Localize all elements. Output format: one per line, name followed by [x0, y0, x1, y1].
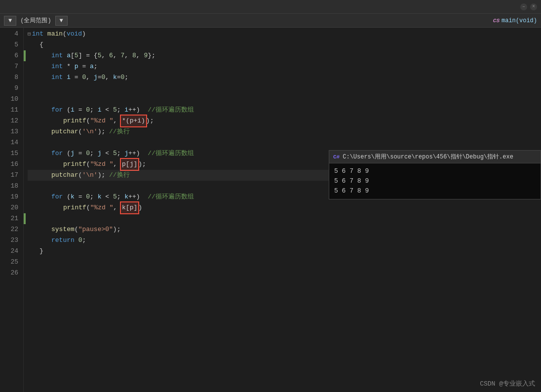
- code-content: ⊟ int main ( void ) { int a [ 5 ] = { 5 …: [24, 28, 541, 392]
- code-line-22: system ( "pause>0" );: [28, 224, 541, 235]
- output-body: 5 6 7 8 9 5 6 7 8 9 5 6 7 8 9: [329, 163, 541, 199]
- output-line-2: 5 6 7 8 9: [334, 176, 536, 186]
- gutter-mark-6: [24, 50, 26, 61]
- gutter-mark-21: [24, 213, 26, 224]
- close-button[interactable]: ×: [530, 3, 537, 10]
- code-line-14: [28, 137, 541, 148]
- nav-dropdown[interactable]: ▼: [4, 16, 16, 26]
- output-titlebar: C# C:\Users\用用\source\repos\456\指针\Debug…: [329, 151, 541, 163]
- cs-icon: CS: [493, 18, 500, 24]
- collapse-icon[interactable]: ⊟: [28, 29, 31, 39]
- code-line-23: return 0 ;: [28, 235, 541, 246]
- line-numbers: 4 5 6 7 8 9 10 11 12 13 14 15 16 17 18 1…: [0, 28, 24, 392]
- cs-terminal-icon: C#: [333, 154, 340, 160]
- code-line-24: }: [28, 246, 541, 257]
- code-line-12: printf ( "%zd " , *(p+i) );: [28, 116, 541, 126]
- code-line-9: [28, 83, 541, 94]
- scope-arrow-icon: ▼: [60, 17, 63, 24]
- output-line-1: 5 6 7 8 9: [334, 166, 536, 176]
- code-line-21: [28, 213, 541, 224]
- code-line-7: int * p = a ;: [28, 61, 541, 72]
- watermark: CSDN @专业嵌入式: [480, 379, 535, 388]
- function-indicator: CS main(void): [493, 17, 537, 24]
- code-line-20: printf ( "%zd " , k[p] ): [28, 202, 541, 213]
- highlight-array-access: p[j]: [121, 159, 138, 170]
- minimize-button[interactable]: –: [520, 3, 527, 10]
- code-line-4: ⊟ int main ( void ): [28, 29, 541, 39]
- scope-selector[interactable]: (全局范围): [20, 16, 51, 25]
- highlight-k-p-access: k[p]: [121, 202, 138, 213]
- output-title: C:\Users\用用\source\repos\456\指针\Debug\指针…: [343, 153, 513, 161]
- code-line-6: int a [ 5 ] = { 5 , 6 , 7 , 8 , 9 };: [28, 50, 541, 61]
- code-line-10: [28, 94, 541, 105]
- code-line-13: putchar ( '\n' ); //换行: [28, 126, 541, 137]
- code-line-25: [28, 257, 541, 268]
- code-area: 4 5 6 7 8 9 10 11 12 13 14 15 16 17 18 1…: [0, 28, 541, 392]
- code-line-11: for ( i = 0 ; i < 5 ; i ++) //循环遍历数组: [28, 105, 541, 116]
- title-bar: – ×: [0, 0, 541, 14]
- output-line-3: 5 6 7 8 9: [334, 186, 536, 196]
- code-line-26: [28, 268, 541, 278]
- code-line-8: int i = 0 , j = 0 , k = 0 ;: [28, 72, 541, 83]
- highlight-ptr-deref: *(p+i): [121, 116, 146, 126]
- toolbar: ▼ (全局范围) ▼ CS main(void): [0, 14, 541, 28]
- scope-dropdown-arrow[interactable]: ▼: [55, 16, 68, 26]
- dropdown-arrow-icon: ▼: [8, 17, 12, 24]
- output-window: C# C:\Users\用用\source\repos\456\指针\Debug…: [329, 150, 541, 199]
- code-line-5: {: [28, 39, 541, 50]
